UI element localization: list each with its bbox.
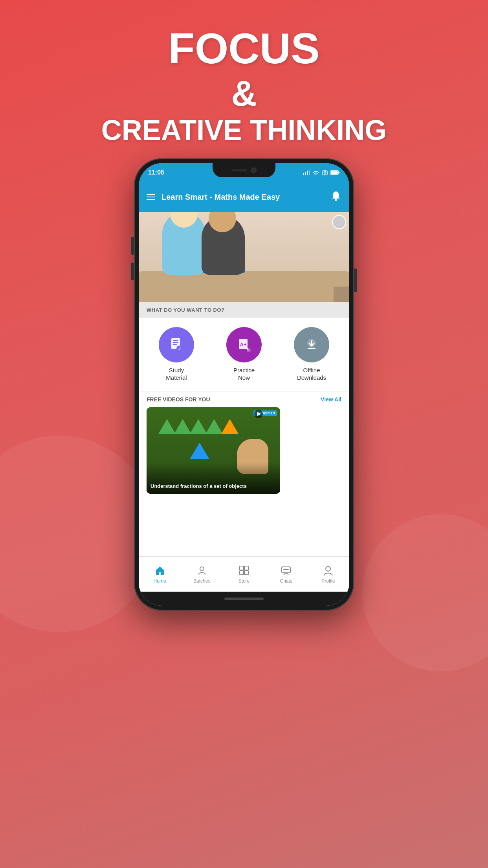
videos-section-label: FREE VIDEOS FOR YOU	[147, 396, 210, 403]
battery-icon	[330, 170, 340, 175]
status-icons	[303, 170, 340, 175]
triangle5-orange	[221, 419, 238, 434]
svg-point-19	[200, 567, 204, 571]
view-all-button[interactable]: View All	[321, 396, 341, 403]
offline-downloads-label: Offline Downloads	[297, 366, 326, 382]
videos-scroll-area[interactable]: LearnSmart Understand fractions of a set…	[139, 407, 349, 556]
offline-downloads-icon-circle	[294, 327, 329, 362]
banner-student1	[162, 212, 205, 275]
app-bar: Learn Smart - Maths Made Easy	[139, 182, 349, 212]
chats-icon	[280, 564, 292, 577]
practice-now-button[interactable]: A+ Practice Now	[226, 327, 262, 382]
home-button-bar	[139, 592, 349, 606]
nav-home[interactable]: Home	[144, 564, 176, 584]
headline-line3: CREATIVE THINKING	[101, 114, 387, 147]
headline: FOCUS & CREATIVE THINKING	[101, 24, 387, 147]
nav-store[interactable]: Store	[228, 564, 260, 584]
study-material-button[interactable]: ✓ Study Material	[159, 327, 194, 382]
svg-rect-10	[173, 342, 178, 343]
svg-rect-1	[305, 172, 306, 175]
wifi-icon	[312, 170, 319, 175]
what-section-label: WHAT DO YOU WANT TO DO?	[147, 307, 225, 313]
vpn-icon	[322, 170, 328, 175]
svg-rect-20	[240, 566, 244, 570]
headline-line2: &	[101, 74, 387, 114]
svg-text:✓: ✓	[178, 347, 181, 351]
nav-chats[interactable]: Chats	[270, 564, 302, 584]
svg-point-7	[335, 199, 337, 201]
nav-batches-label: Batches	[193, 578, 210, 584]
video-thumbnail: LearnSmart Understand fractions of a set…	[147, 407, 280, 494]
user-avatar-icon	[332, 215, 346, 229]
download-icon	[303, 336, 320, 353]
hamburger-line3	[147, 199, 155, 200]
svg-rect-0	[303, 173, 304, 175]
svg-rect-23	[244, 571, 248, 575]
phone-outer: 11:05	[134, 158, 354, 611]
signal-icon	[303, 170, 310, 175]
svg-rect-9	[173, 340, 178, 341]
nav-home-label: Home	[154, 578, 166, 584]
triangle4	[205, 419, 223, 434]
study-material-icon-circle: ✓	[159, 327, 194, 362]
triangle3	[190, 419, 207, 434]
batches-icon	[196, 564, 208, 577]
hamburger-menu[interactable]	[147, 194, 155, 200]
home-button-pill[interactable]	[224, 598, 264, 600]
practice-icon: A+	[235, 336, 253, 353]
triangle1	[158, 419, 176, 434]
video-card[interactable]: LearnSmart Understand fractions of a set…	[147, 407, 280, 494]
svg-rect-2	[307, 171, 308, 175]
notch-speaker	[231, 169, 247, 171]
bottom-navigation: Home Batches	[139, 556, 349, 592]
svg-rect-3	[309, 170, 310, 175]
banner-overlay	[334, 287, 349, 302]
svg-rect-5	[338, 172, 339, 173]
svg-rect-25	[283, 569, 289, 570]
banner-table	[139, 271, 349, 302]
practice-now-label: Practice Now	[233, 366, 255, 382]
videos-section-header: FREE VIDEOS FOR YOU View All	[139, 391, 349, 407]
play-icon[interactable]	[254, 410, 263, 418]
svg-rect-21	[244, 566, 248, 570]
phone-screen: 11:05	[139, 163, 349, 606]
hamburger-line1	[147, 194, 155, 195]
app-title: Learn Smart - Maths Made Easy	[161, 192, 324, 202]
svg-rect-11	[173, 344, 177, 345]
banner-image	[139, 212, 349, 302]
headline-line1: FOCUS	[101, 24, 387, 74]
svg-rect-22	[240, 571, 244, 575]
home-icon	[154, 564, 166, 577]
what-section-header: WHAT DO YOU WANT TO DO?	[139, 302, 349, 318]
svg-rect-6	[331, 171, 338, 174]
study-material-label: Study Material	[166, 366, 187, 382]
bg-circle-left	[0, 436, 157, 632]
svg-rect-18	[308, 348, 316, 349]
svg-point-26	[326, 566, 330, 571]
svg-point-16	[247, 348, 251, 352]
profile-icon	[322, 564, 334, 577]
nav-profile-label: Profile	[321, 578, 335, 584]
phone-notch	[213, 163, 275, 177]
notch-camera	[251, 167, 257, 173]
offline-downloads-button[interactable]: Offline Downloads	[294, 327, 329, 382]
status-time: 11:05	[148, 169, 164, 176]
nav-chats-label: Chats	[280, 578, 292, 584]
video-card-title: Understand fractions of a set of objects	[150, 483, 276, 490]
play-triangle	[257, 412, 261, 416]
triangle2	[174, 419, 191, 434]
phone-mockup: 11:05	[134, 158, 354, 611]
nav-batches[interactable]: Batches	[186, 564, 218, 584]
bell-icon[interactable]	[330, 190, 341, 204]
hamburger-line2	[147, 197, 155, 197]
triangle-blue	[190, 443, 209, 459]
bg-circle-right	[362, 514, 488, 671]
document-icon: ✓	[168, 336, 185, 353]
nav-profile[interactable]: Profile	[312, 564, 344, 584]
banner-student2	[202, 216, 245, 275]
nav-store-label: Store	[238, 578, 250, 584]
store-icon	[238, 564, 250, 577]
practice-now-icon-circle: A+	[226, 327, 262, 362]
action-row: ✓ Study Material A+	[139, 318, 349, 391]
